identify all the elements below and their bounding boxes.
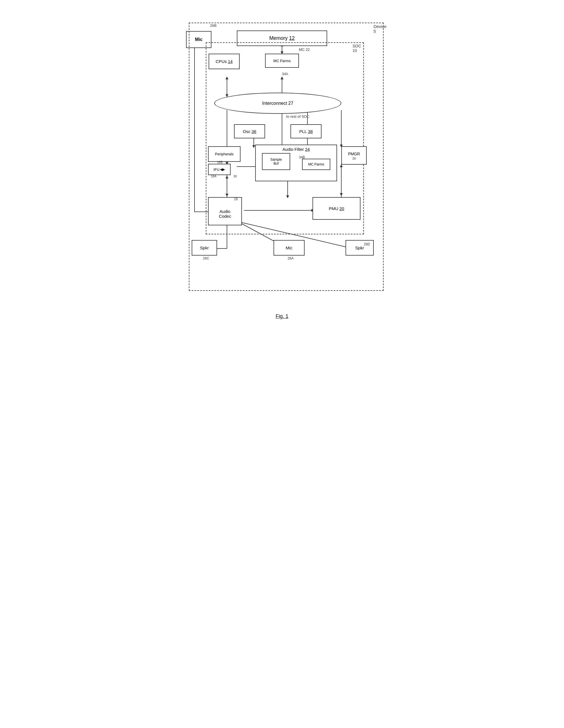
osc-box: Osc 36 [234,124,265,138]
ref-18a-label: 18A [211,175,217,178]
ref-34a-label: 34A [282,72,288,76]
to-rest-label: to rest of SOC [286,114,309,119]
ref-30-label: 30 [234,175,237,178]
mc-parms-box: MC Parms [265,54,299,68]
audio-filter-box: Audio Filter 24 Sample Buf MC Parms [255,145,337,181]
mc-num-label: MC 22 [299,47,310,52]
ref-26a-label: 26A [287,256,293,260]
device-label: Device 5 [373,24,386,34]
ref-26b-label: 26B [210,23,217,28]
mc-parms2-box: MC Parms [302,159,330,170]
ref-26c-label: 26C [203,256,209,260]
pmgr-box: PMGR 28 [341,146,367,165]
ref-34b-label: 34B [299,155,305,159]
ref-26d-label: 26D [364,242,370,246]
fig-caption: Fig. 1 [178,313,386,319]
pll-box: PLL 38 [290,124,321,138]
pmu-box: PMU 20 [312,197,360,220]
ref-16-label: 16 [234,197,238,201]
audio-codec-box: Audio Codec [208,197,242,225]
cpus-box: CPUs 14 [209,54,240,69]
peripherals-box: Peripherals [208,146,241,162]
spkr-left-box: Spkr [192,240,217,256]
ifu-box: IFU ◀▶ [208,164,231,175]
interconnect-ellipse: Interconnect 27 [214,93,341,114]
diagram-area: Mic Device 5 26B Memory 12 SOC 10 CPUs 1… [178,14,386,308]
ref-18b-label: 18B [217,160,223,164]
mic-bottom-box: Mic [274,240,304,256]
soc-label: SOC 10 [352,44,361,53]
page-container: Mic Device 5 26B Memory 12 SOC 10 CPUs 1… [169,6,395,328]
sample-buf-inner-box: Sample Buf [262,153,290,170]
